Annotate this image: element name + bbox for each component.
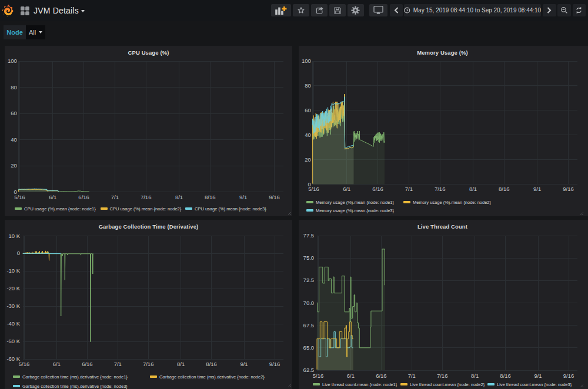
svg-text:-30 K: -30 K	[6, 303, 20, 309]
svg-text:-50 K: -50 K	[6, 338, 20, 344]
svg-text:9/1: 9/1	[534, 373, 542, 379]
svg-text:6/1: 6/1	[347, 373, 355, 379]
svg-text:-10 K: -10 K	[6, 267, 20, 274]
svg-text:7/1: 7/1	[111, 194, 119, 200]
svg-text:6/16: 6/16	[82, 361, 93, 367]
svg-text:6/16: 6/16	[376, 373, 387, 379]
svg-text:6/1: 6/1	[53, 361, 61, 367]
svg-text:9/16: 9/16	[563, 186, 574, 192]
svg-text:9/1: 9/1	[240, 361, 248, 367]
svg-text:7/1: 7/1	[114, 361, 122, 367]
svg-text:20: 20	[11, 162, 17, 169]
svg-text:8/1: 8/1	[469, 186, 477, 192]
svg-text:70.0: 70.0	[303, 300, 315, 306]
svg-text:-40 K: -40 K	[6, 320, 20, 327]
svg-text:8/1: 8/1	[471, 373, 479, 379]
svg-text:60: 60	[11, 110, 17, 116]
svg-text:0: 0	[17, 250, 20, 256]
svg-text:8/16: 8/16	[205, 194, 216, 200]
svg-text:9/16: 9/16	[563, 373, 574, 379]
svg-text:9/1: 9/1	[239, 194, 247, 200]
svg-text:6/1: 6/1	[343, 186, 350, 192]
svg-text:7/16: 7/16	[437, 373, 448, 379]
svg-text:7/16: 7/16	[435, 186, 446, 192]
svg-text:75.0: 75.0	[303, 254, 315, 261]
svg-text:80: 80	[305, 82, 311, 89]
svg-text:8/1: 8/1	[177, 361, 185, 367]
svg-text:5/16: 5/16	[19, 361, 30, 367]
svg-text:5/16: 5/16	[313, 373, 324, 379]
svg-text:9/16: 9/16	[269, 194, 280, 200]
svg-text:6/16: 6/16	[78, 194, 89, 200]
svg-text:8/16: 8/16	[206, 361, 217, 367]
svg-text:20: 20	[305, 156, 311, 163]
svg-text:7/16: 7/16	[141, 194, 152, 200]
svg-text:6/1: 6/1	[49, 194, 56, 200]
svg-text:8/16: 8/16	[500, 373, 511, 379]
svg-text:80: 80	[11, 84, 17, 90]
svg-text:65.0: 65.0	[303, 344, 315, 351]
svg-text:60: 60	[305, 107, 311, 113]
svg-text:10 K: 10 K	[9, 233, 21, 239]
svg-text:67.5: 67.5	[303, 322, 315, 328]
svg-text:9/1: 9/1	[533, 186, 541, 192]
svg-text:40: 40	[11, 136, 17, 143]
svg-text:100: 100	[8, 58, 17, 64]
svg-text:6/16: 6/16	[372, 186, 383, 192]
svg-text:40: 40	[305, 132, 311, 138]
svg-text:7/1: 7/1	[408, 373, 416, 379]
svg-text:7/1: 7/1	[405, 186, 413, 192]
svg-text:77.5: 77.5	[303, 232, 315, 239]
svg-text:5/16: 5/16	[14, 194, 25, 200]
svg-text:9/16: 9/16	[269, 361, 280, 367]
svg-text:8/16: 8/16	[499, 186, 510, 192]
svg-text:-20 K: -20 K	[6, 285, 20, 291]
svg-text:7/16: 7/16	[143, 361, 154, 367]
svg-text:72.5: 72.5	[303, 277, 315, 283]
svg-text:100: 100	[302, 58, 311, 64]
svg-text:5/16: 5/16	[308, 186, 319, 192]
svg-text:8/1: 8/1	[175, 194, 183, 200]
